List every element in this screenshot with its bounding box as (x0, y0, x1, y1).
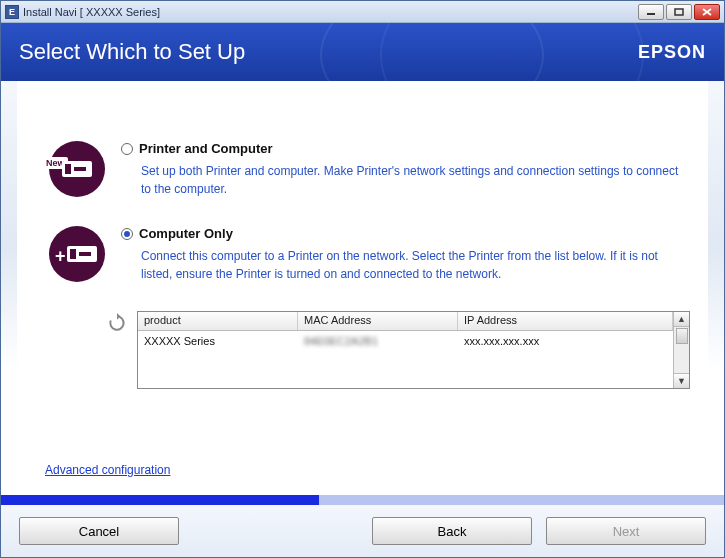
option2-head: Computer Only (121, 226, 690, 241)
printer-list-area: product MAC Address IP Address XXXXX Ser… (107, 311, 690, 389)
titlebar: E Install Navi [ XXXXX Series] (1, 1, 724, 23)
svg-rect-1 (675, 9, 683, 15)
minimize-button[interactable] (638, 4, 664, 20)
table-main: product MAC Address IP Address XXXXX Ser… (138, 312, 673, 388)
maximize-button[interactable] (666, 4, 692, 20)
option1-description: Set up both Printer and computer. Make P… (141, 162, 690, 198)
col-product[interactable]: product (138, 312, 298, 330)
option2-body: Computer Only Connect this computer to a… (121, 226, 690, 283)
refresh-icon[interactable] (107, 313, 127, 333)
col-mac-address[interactable]: MAC Address (298, 312, 458, 330)
content-area: New Printer and Computer Set up both Pri… (1, 81, 724, 495)
table-header: product MAC Address IP Address (138, 312, 673, 331)
col-ip-address[interactable]: IP Address (458, 312, 673, 330)
footer-right: Back Next (372, 517, 706, 545)
install-navi-window: E Install Navi [ XXXXX Series] Select Wh… (0, 0, 725, 558)
option-computer-only: + Computer Only Connect this computer to… (49, 226, 690, 283)
brand-logo: EPSON (638, 42, 706, 63)
app-icon: E (5, 5, 19, 19)
close-button[interactable] (694, 4, 720, 20)
close-icon (702, 8, 712, 16)
page-title: Select Which to Set Up (19, 39, 245, 65)
window-controls (638, 4, 720, 20)
cell-mac: 84E0EC2A2B1 (298, 333, 458, 349)
scroll-thumb[interactable] (676, 328, 688, 344)
badge-plus-icon: + (55, 246, 66, 267)
progress-fill (1, 495, 319, 505)
printer-table: product MAC Address IP Address XXXXX Ser… (137, 311, 690, 389)
radio-computer-only[interactable] (121, 228, 133, 240)
minimize-icon (646, 8, 656, 16)
computer-only-icon: + (49, 226, 105, 282)
option1-body: Printer and Computer Set up both Printer… (121, 141, 690, 198)
content-inner: New Printer and Computer Set up both Pri… (17, 81, 708, 495)
advanced-configuration-link[interactable]: Advanced configuration (45, 463, 170, 477)
cell-product: XXXXX Series (138, 333, 298, 349)
printer-computer-icon: New (49, 141, 105, 197)
cell-ip: xxx.xxx.xxx.xxx (458, 333, 673, 349)
header: Select Which to Set Up EPSON (1, 23, 724, 81)
scroll-down-arrow-icon[interactable]: ▼ (674, 373, 689, 388)
radio-printer-and-computer[interactable] (121, 143, 133, 155)
svg-marker-4 (117, 313, 120, 320)
option1-label: Printer and Computer (139, 141, 273, 156)
progress-bar (1, 495, 724, 505)
titlebar-left: E Install Navi [ XXXXX Series] (5, 5, 160, 19)
back-button[interactable]: Back (372, 517, 532, 545)
cancel-button[interactable]: Cancel (19, 517, 179, 545)
footer: Cancel Back Next (1, 505, 724, 557)
table-row[interactable]: XXXXX Series 84E0EC2A2B1 xxx.xxx.xxx.xxx (138, 331, 673, 351)
printer-glyph-icon (67, 246, 97, 262)
option2-label: Computer Only (139, 226, 233, 241)
maximize-icon (674, 8, 684, 16)
option2-description: Connect this computer to a Printer on th… (141, 247, 690, 283)
vertical-scrollbar[interactable]: ▲ ▼ (673, 312, 689, 388)
printer-glyph-icon (62, 161, 92, 177)
next-button[interactable]: Next (546, 517, 706, 545)
window-title: Install Navi [ XXXXX Series] (23, 6, 160, 18)
option1-head: Printer and Computer (121, 141, 690, 156)
scroll-up-arrow-icon[interactable]: ▲ (674, 312, 689, 327)
option-printer-and-computer: New Printer and Computer Set up both Pri… (49, 141, 690, 198)
